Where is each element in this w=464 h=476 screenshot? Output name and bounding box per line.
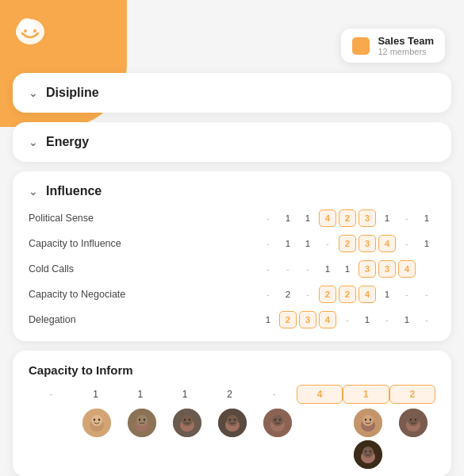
score-cell: 3 [359, 235, 376, 252]
svg-point-41 [408, 415, 419, 426]
score-cell: - [398, 209, 416, 227]
score-cell: - [299, 260, 316, 278]
score-cell: - [259, 235, 277, 252]
skill-row: Cold Calls---11334 [29, 260, 435, 278]
avatar-column [119, 409, 164, 437]
chevron-down-icon: ⌄ [29, 136, 38, 148]
avatar [354, 440, 382, 469]
avatar [399, 409, 428, 437]
score-cell: 2 [279, 311, 297, 328]
inform-avatars-row [29, 409, 435, 469]
sales-team-text: Sales Team 12 members [378, 35, 434, 56]
svg-point-11 [136, 415, 148, 426]
score-cell: - [378, 311, 396, 328]
chevron-down-icon: ⌄ [29, 185, 38, 198]
score-cell: 4 [378, 235, 396, 252]
logo [10, 10, 51, 51]
skill-row: Capacity to Negociate-2-2241-- [29, 286, 435, 303]
score-cell: 4 [319, 311, 336, 328]
inform-score-cell: - [29, 386, 73, 403]
energy-header[interactable]: ⌄ Energy [29, 135, 435, 149]
inform-score-cell: - [252, 386, 297, 403]
avatar [218, 409, 247, 437]
score-cell: 4 [359, 286, 376, 303]
score-cell: 4 [319, 209, 336, 227]
skill-row: Political Sense-114231-1 [29, 209, 435, 227]
inform-score-cell: 2 [389, 385, 435, 404]
svg-point-27 [274, 419, 275, 421]
skill-scores: -114231-1 [259, 209, 435, 227]
svg-point-31 [362, 415, 374, 426]
inform-scores-row: -1112-412 [29, 385, 435, 404]
avatar-column [255, 409, 300, 437]
svg-point-26 [272, 415, 283, 426]
skill-row: Capacity to Influence-11-234-1 [29, 235, 435, 252]
influence-title: Influence [46, 184, 102, 198]
svg-point-16 [182, 415, 193, 426]
avatar-column [345, 409, 390, 469]
inform-score-cell: 4 [297, 385, 343, 404]
score-cell: 2 [279, 286, 297, 303]
skill-scores: 1234-1-1- [259, 311, 435, 328]
influence-header[interactable]: ⌄ Influence [29, 184, 435, 198]
svg-point-18 [188, 419, 190, 421]
svg-point-6 [91, 415, 102, 426]
score-cell: 3 [359, 260, 376, 278]
chevron-down-icon: ⌄ [29, 86, 38, 99]
score-cell: - [339, 311, 356, 328]
score-cell: - [259, 260, 277, 278]
score-cell: 1 [398, 311, 416, 328]
score-cell: 3 [359, 209, 376, 227]
svg-point-36 [362, 447, 374, 458]
inform-title: Capacity to Inform [29, 363, 435, 377]
inform-score-cell: 1 [163, 386, 207, 403]
svg-point-43 [414, 419, 416, 421]
score-cell: - [259, 286, 277, 303]
score-cell: - [418, 286, 435, 303]
score-cell: 3 [299, 311, 316, 328]
inform-score-cell: 2 [207, 386, 251, 403]
svg-point-17 [183, 419, 185, 421]
avatar-column [164, 409, 209, 437]
score-cell: 1 [259, 311, 277, 328]
svg-point-37 [364, 451, 366, 453]
score-cell: - [319, 235, 336, 252]
skill-row: Delegation1234-1-1- [29, 311, 435, 328]
skill-name: Capacity to Influence [29, 238, 144, 249]
avatar [173, 409, 201, 437]
influence-section: ⌄ Influence Political Sense-114231-1Capa… [13, 171, 451, 341]
energy-title: Energy [46, 135, 89, 149]
score-cell: 1 [299, 209, 316, 227]
avatar [128, 409, 156, 437]
skill-rows: Political Sense-114231-1Capacity to Infl… [29, 209, 435, 328]
discipline-title: Disipline [46, 86, 99, 100]
svg-point-23 [233, 419, 235, 421]
skill-name: Political Sense [29, 213, 144, 224]
discipline-header[interactable]: ⌄ Disipline [29, 86, 435, 100]
svg-point-1 [19, 18, 35, 33]
sales-team-members: 12 members [378, 47, 434, 56]
score-cell: 1 [339, 260, 356, 278]
score-cell: - [418, 311, 435, 328]
avatar-column [390, 409, 435, 437]
score-cell: 2 [339, 209, 356, 227]
skill-scores: -11-234-1 [259, 235, 435, 252]
score-cell: - [279, 260, 297, 278]
sales-team-icon [352, 37, 370, 55]
score-cell: - [398, 286, 416, 303]
svg-point-32 [364, 419, 366, 421]
svg-point-22 [228, 419, 230, 421]
skill-name: Capacity to Negociate [29, 289, 144, 300]
energy-section: ⌄ Energy [13, 122, 451, 162]
score-cell: 3 [378, 260, 396, 278]
svg-point-21 [227, 415, 238, 426]
score-cell: 4 [398, 260, 416, 278]
main-content: ⌄ Disipline ⌄ Energy ⌄ Influence Politic… [13, 73, 451, 476]
score-cell: 1 [418, 235, 435, 252]
avatar [82, 409, 111, 437]
svg-point-33 [369, 419, 370, 421]
score-cell: - [398, 235, 416, 252]
svg-point-38 [369, 451, 370, 453]
score-cell: 1 [378, 209, 396, 227]
svg-point-13 [143, 419, 144, 421]
